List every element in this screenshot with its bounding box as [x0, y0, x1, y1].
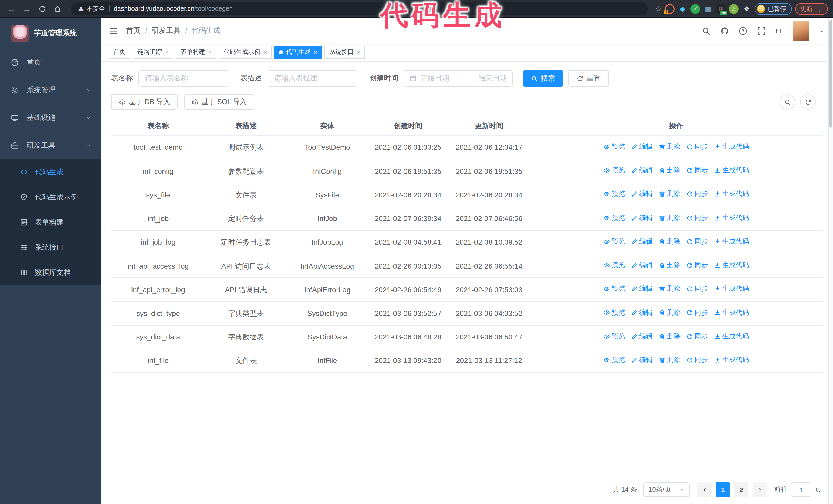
action-edit-link[interactable]: 编辑 [631, 189, 652, 199]
text-size-icon[interactable]: tT [775, 27, 783, 34]
reset-button[interactable]: 重置 [569, 70, 609, 87]
browser-back-button[interactable]: ← [5, 3, 18, 15]
action-delete-link[interactable]: 删除 [659, 189, 680, 199]
browser-forward-button[interactable]: → [21, 3, 33, 15]
sidebar-item-codegen-example[interactable]: 代码生成示例 [0, 185, 101, 210]
tab-codegen-example[interactable]: 代码生成示例 × [219, 45, 272, 59]
table-row[interactable]: inf_config 参数配置表 InfConfig 2021-02-06 19… [111, 160, 823, 183]
action-sync-link[interactable]: 同步 [686, 213, 708, 223]
page-button-1[interactable]: 1 [716, 482, 730, 497]
action-edit-link[interactable]: 编辑 [631, 308, 652, 318]
action-generate-code-link[interactable]: 生成代码 [714, 308, 749, 318]
search-button[interactable]: 搜索 [523, 70, 563, 87]
action-delete-link[interactable]: 删除 [659, 213, 680, 223]
action-preview-link[interactable]: 预览 [603, 213, 625, 223]
action-delete-link[interactable]: 删除 [659, 261, 680, 270]
action-edit-link[interactable]: 编辑 [631, 166, 652, 175]
action-preview-link[interactable]: 预览 [603, 284, 625, 294]
action-sync-link[interactable]: 同步 [686, 332, 708, 341]
action-sync-link[interactable]: 同步 [686, 355, 708, 365]
table-row[interactable]: sys_file 文件表 SysFile 2021-02-06 20:28:34… [111, 183, 823, 207]
action-edit-link[interactable]: 编辑 [631, 332, 652, 341]
action-preview-link[interactable]: 预览 [603, 355, 625, 365]
action-edit-link[interactable]: 编辑 [631, 284, 652, 294]
sidebar-item-codegen[interactable]: 代码生成 [0, 160, 101, 185]
table-row[interactable]: sys_dict_type 字典类型表 SysDictType 2021-03-… [111, 302, 823, 325]
extension-icon-6[interactable]: ♙ [729, 4, 739, 14]
extension-icon-3[interactable]: ✓ [690, 4, 700, 14]
close-tab-icon[interactable]: × [314, 48, 317, 56]
action-sync-link[interactable]: 同步 [686, 142, 708, 152]
action-edit-link[interactable]: 编辑 [631, 355, 652, 365]
action-generate-code-link[interactable]: 生成代码 [714, 261, 749, 270]
sidebar-item-home[interactable]: 首页 [0, 49, 101, 76]
action-preview-link[interactable]: 预览 [603, 237, 625, 247]
table-row[interactable]: tool_test_demo 测试示例表 ToolTestDemo 2021-0… [111, 136, 823, 160]
help-icon[interactable] [738, 26, 747, 35]
table-desc-input[interactable]: 请输入表描述 [268, 70, 357, 87]
breadcrumb-item[interactable]: 研发工具 [152, 26, 181, 35]
tab-home[interactable]: 首页 [109, 45, 130, 59]
action-generate-code-link[interactable]: 生成代码 [714, 332, 749, 341]
extension-icon-5[interactable]: ▩on [716, 4, 726, 14]
table-row[interactable]: inf_file 文件表 InfFile 2021-03-13 09:43:20… [111, 349, 823, 373]
action-preview-link[interactable]: 预览 [603, 308, 625, 318]
next-page-button[interactable] [753, 482, 767, 497]
action-sync-link[interactable]: 同步 [686, 261, 708, 270]
action-delete-link[interactable]: 删除 [659, 284, 680, 294]
refresh-table-button[interactable] [800, 94, 815, 110]
action-delete-link[interactable]: 删除 [659, 166, 680, 175]
prev-page-button[interactable] [697, 482, 712, 497]
action-generate-code-link[interactable]: 生成代码 [714, 166, 749, 175]
app-logo[interactable]: 芋道管理系统 [0, 18, 101, 49]
action-delete-link[interactable]: 删除 [659, 332, 680, 341]
import-sql-button[interactable]: 基于 SQL 导入 [184, 94, 255, 110]
address-bar[interactable]: 不安全 dashboard.yudao.iocoder.cn/tool/code… [71, 2, 648, 16]
action-preview-link[interactable]: 预览 [603, 332, 625, 341]
search-icon[interactable] [701, 26, 710, 35]
bookmark-star-icon[interactable]: ☆ [655, 4, 662, 13]
browser-home-button[interactable] [51, 3, 64, 15]
table-row[interactable]: sys_dict_data 字典数据表 SysDictData 2021-03-… [111, 326, 823, 349]
sidebar-item-dev-tools[interactable]: 研发工具 [0, 132, 101, 160]
action-generate-code-link[interactable]: 生成代码 [714, 189, 749, 199]
browser-reload-button[interactable] [36, 3, 48, 15]
table-row[interactable]: inf_job 定时任务表 InfJob 2021-02-07 06:39:34… [111, 207, 823, 231]
sidebar-item-db-doc[interactable]: 数据库文档 [0, 260, 101, 285]
browser-update-button[interactable]: 更新 ⋮ [795, 3, 828, 15]
action-sync-link[interactable]: 同步 [686, 284, 708, 294]
close-tab-icon[interactable]: × [208, 48, 212, 56]
action-edit-link[interactable]: 编辑 [631, 237, 652, 247]
avatar-caret-icon[interactable] [819, 28, 825, 33]
sidebar-item-form-build[interactable]: 表单构建 [0, 210, 101, 235]
action-sync-link[interactable]: 同步 [686, 237, 708, 247]
breadcrumb-item[interactable]: 首页 [126, 26, 140, 35]
action-preview-link[interactable]: 预览 [603, 261, 625, 270]
close-tab-icon[interactable]: × [165, 48, 169, 56]
action-generate-code-link[interactable]: 生成代码 [714, 213, 749, 223]
toggle-search-button[interactable] [780, 94, 795, 110]
action-delete-link[interactable]: 删除 [659, 237, 680, 247]
action-delete-link[interactable]: 删除 [659, 355, 680, 365]
action-sync-link[interactable]: 同步 [686, 308, 708, 318]
action-sync-link[interactable]: 同步 [686, 189, 708, 199]
action-edit-link[interactable]: 编辑 [631, 213, 652, 223]
page-size-select[interactable]: 10条/页 [643, 482, 690, 497]
table-row[interactable]: inf_api_error_log API 错误日志 InfApiErrorLo… [111, 278, 823, 302]
action-generate-code-link[interactable]: 生成代码 [714, 284, 749, 294]
extensions-puzzle-icon[interactable]: ❖ [742, 4, 752, 14]
import-db-button[interactable]: 基于 DB 导入 [111, 94, 178, 110]
action-generate-code-link[interactable]: 生成代码 [714, 142, 749, 152]
action-edit-link[interactable]: 编辑 [631, 142, 652, 152]
close-tab-icon[interactable]: × [357, 48, 360, 56]
action-generate-code-link[interactable]: 生成代码 [714, 355, 749, 365]
close-tab-icon[interactable]: × [263, 48, 267, 56]
extension-icon-4[interactable]: ▦ [703, 4, 713, 14]
goto-page-input[interactable]: 1 [791, 482, 811, 497]
tab-trace[interactable]: 链路追踪 × [133, 45, 173, 59]
page-scrollbar[interactable] [828, 18, 833, 504]
page-button-2[interactable]: 2 [734, 482, 748, 497]
sidebar-item-system-api[interactable]: 系统接口 [0, 235, 101, 260]
action-preview-link[interactable]: 预览 [603, 166, 625, 175]
tab-form-build[interactable]: 表单构建 × [176, 45, 216, 59]
